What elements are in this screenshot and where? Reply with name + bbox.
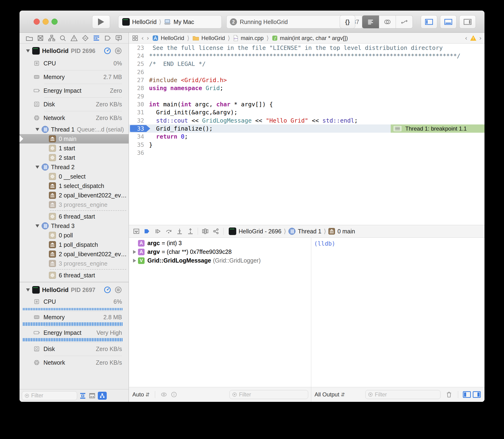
source-control-navigator-icon[interactable]	[36, 33, 45, 43]
memory-graph-button[interactable]	[211, 226, 222, 236]
console-view[interactable]: (lldb)	[311, 238, 484, 387]
step-out-button[interactable]	[185, 226, 196, 236]
continue-button[interactable]	[152, 226, 163, 236]
code-line-32[interactable]: 32 std::cout << GridLogMessage << "Hello…	[129, 116, 484, 124]
thread-view-icon[interactable]	[115, 47, 122, 55]
activate-breakpoints-button[interactable]	[142, 226, 152, 236]
variable-row[interactable]: Aargc= (int) 3	[129, 239, 311, 247]
gauge-row-network[interactable]: NetworkZero KB/s	[20, 111, 129, 125]
stack-frame-row[interactable]: 1 start	[20, 144, 129, 153]
disclosure-triangle-icon[interactable]	[131, 259, 138, 263]
code-line-23[interactable]: 23 See the full license in the file "LIC…	[129, 44, 484, 52]
toggle-inspector-panel-button[interactable]	[459, 15, 476, 28]
breakpoints-navigator-icon[interactable]	[103, 33, 112, 43]
process-row[interactable]: HelloGridPID 2697	[20, 284, 129, 295]
step-into-button[interactable]	[174, 226, 185, 236]
code-line-26[interactable]: 26	[129, 68, 484, 76]
console-filter-field[interactable]	[365, 390, 441, 399]
code-line-27[interactable]: 27#include <Grid/Grid.h>	[129, 76, 484, 84]
breakpoint-badge[interactable]: 33	[130, 125, 150, 132]
minimize-window-button[interactable]	[43, 19, 49, 25]
warning-icon[interactable]: !	[470, 35, 476, 41]
breadcrumb-file[interactable]: C++ main.cpp	[233, 35, 264, 41]
stack-frame-row[interactable]: 3 progress_engine	[20, 200, 129, 209]
code-snippets-button[interactable]: {}	[340, 15, 355, 28]
show-frames-with-debug-symbols-button[interactable]	[79, 392, 86, 399]
source-editor[interactable]: 23 See the full license in the file "LIC…	[129, 44, 484, 225]
gauge-row-cpu[interactable]: CPU0%	[20, 56, 129, 70]
stack-frame-row[interactable]: 1 select_dispatch	[20, 181, 129, 191]
stack-frame-row[interactable]: 3 progress_engine	[20, 259, 129, 268]
assistant-editor-button[interactable]	[379, 15, 396, 28]
toggle-variables-view-button[interactable]	[463, 391, 471, 398]
gauge-row-energy-impact[interactable]: Energy ImpactVery High	[20, 327, 129, 342]
tests-navigator-icon[interactable]	[81, 33, 90, 43]
stack-frame-row[interactable]: 0 __select	[20, 172, 129, 181]
standard-editor-button[interactable]	[362, 15, 379, 28]
back-button[interactable]: ‹	[141, 34, 144, 42]
version-editor-button[interactable]	[396, 15, 412, 28]
disclosure-triangle-icon[interactable]	[35, 166, 39, 169]
debug-crumb-frame[interactable]: 0 main	[337, 228, 355, 235]
stack-frame-row[interactable]: 0 poll	[20, 231, 129, 240]
variables-filter-field[interactable]	[229, 390, 308, 399]
code-line-33[interactable]: 3333 Grid_finalize();Thread 1: breakpoin…	[129, 124, 484, 133]
project-navigator-icon[interactable]	[25, 33, 34, 43]
navigator-filter-input[interactable]	[31, 392, 74, 399]
run-button[interactable]	[92, 15, 110, 28]
debug-crumb-process[interactable]: HelloGrid - 2696	[239, 228, 281, 235]
stack-frame-row[interactable]: 1 poll_dispatch	[20, 240, 129, 249]
stack-frame-row[interactable]: 2 opal_libevent2022_ev…	[20, 191, 129, 200]
stack-frame-row[interactable]: 6 thread_start	[20, 270, 129, 280]
gauge-row-energy-impact[interactable]: Energy ImpactZero	[20, 84, 129, 98]
disclosure-triangle-icon[interactable]	[35, 224, 39, 228]
console-filter-input[interactable]	[375, 391, 438, 398]
stack-frame-row[interactable]: 0 main	[20, 134, 129, 144]
quick-look-icon[interactable]	[160, 391, 167, 398]
stack-frame-row[interactable]: 2 start	[20, 153, 129, 162]
variables-scope-dropdown[interactable]: Auto ⇵	[132, 391, 150, 398]
toggle-debug-area-button[interactable]	[440, 15, 457, 28]
performance-gauge-icon[interactable]	[104, 47, 111, 55]
thread-view-icon[interactable]	[115, 286, 122, 294]
search-navigator-icon[interactable]	[58, 33, 68, 43]
console-output-dropdown[interactable]: All Output ⇵	[315, 391, 345, 398]
scheme-selector[interactable]: HelloGrid ⟩ My Mac	[118, 15, 222, 28]
variable-row[interactable]: Aargv= (char **) 0x7ffee9039c28	[129, 247, 311, 256]
stack-frame-row[interactable]: 6 thread_start	[20, 212, 129, 221]
running-tasks-badge[interactable]: 2	[230, 18, 237, 25]
clear-console-trash-icon[interactable]	[446, 391, 452, 398]
code-line-29[interactable]: 29	[129, 92, 484, 100]
view-process-by-thread-button[interactable]	[98, 392, 107, 400]
code-line-31[interactable]: 31 Grid_init(&argc,&argv);	[129, 109, 484, 116]
zoom-window-button[interactable]	[51, 19, 58, 25]
debug-view-hierarchy-button[interactable]	[200, 226, 211, 236]
hide-debug-area-button[interactable]	[131, 226, 142, 236]
toggle-navigator-panel-button[interactable]	[421, 15, 437, 28]
stack-frame-row[interactable]: 2 opal_libevent2022_ev…	[20, 249, 129, 259]
symbols-navigator-icon[interactable]	[47, 33, 56, 43]
forward-button[interactable]: ›	[147, 34, 149, 42]
variables-filter-input[interactable]	[239, 391, 305, 398]
disclosure-triangle-icon[interactable]	[131, 250, 138, 254]
code-line-36[interactable]: 36	[129, 149, 484, 157]
gauge-row-memory[interactable]: Memory2.7 MB	[20, 70, 129, 84]
gauge-row-disk[interactable]: DiskZero KB/s	[20, 98, 129, 111]
navigator-filter-field[interactable]	[22, 391, 77, 400]
thread-row[interactable]: Thread 1Queue:...d (serial)	[20, 125, 129, 134]
disclosure-triangle-icon[interactable]	[26, 288, 30, 292]
show-running-blocks-button[interactable]	[88, 392, 96, 399]
debug-navigator-icon[interactable]	[92, 33, 101, 43]
breadcrumb-group[interactable]: HelloGrid	[192, 35, 225, 41]
debug-crumb-thread[interactable]: Thread 1	[298, 228, 321, 235]
reports-navigator-icon[interactable]	[114, 33, 123, 43]
breakpoint-annotation[interactable]: Thread 1: breakpoint 1.1	[391, 124, 484, 133]
code-line-35[interactable]: 35}	[129, 141, 484, 149]
code-line-34[interactable]: 34 return 0;	[129, 133, 484, 141]
code-line-25[interactable]: 25/* END LEGAL */	[129, 60, 484, 68]
thread-row[interactable]: Thread 2	[20, 162, 129, 172]
toggle-console-view-button[interactable]	[473, 391, 481, 398]
code-line-30[interactable]: 30int main(int argc, char * argv[]) {	[129, 100, 484, 108]
breadcrumb-symbol[interactable]: f main(int argc, char * argv[])	[272, 35, 348, 41]
gauge-row-network[interactable]: NetworkZero KB/s	[20, 356, 129, 369]
